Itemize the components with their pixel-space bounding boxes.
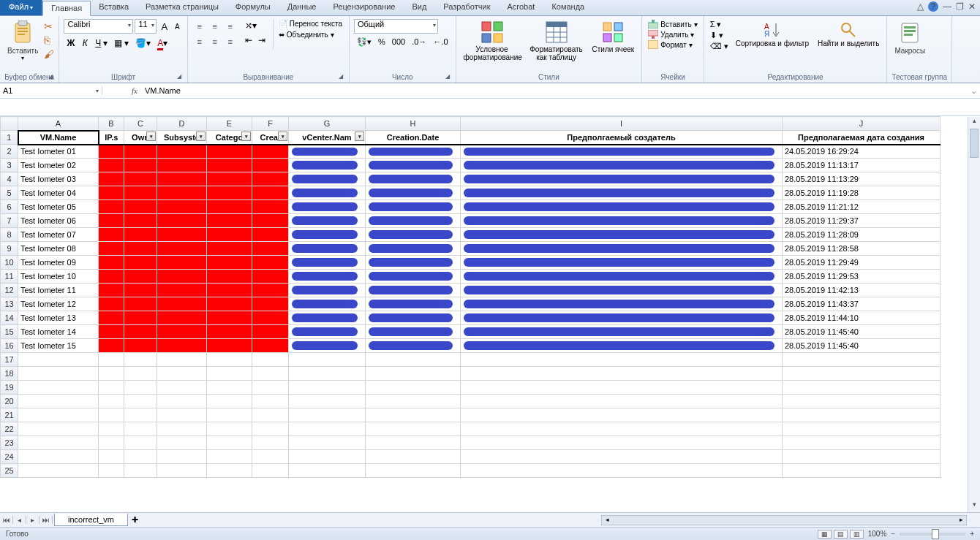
cell[interactable] <box>461 145 783 159</box>
cell[interactable] <box>783 464 941 478</box>
cell[interactable] <box>461 408 783 422</box>
cell[interactable] <box>366 367 461 381</box>
cell[interactable] <box>252 186 289 200</box>
name-box[interactable]: ▾ <box>0 86 102 95</box>
sheet-nav-prev-icon[interactable]: ◂ <box>13 516 26 524</box>
cell[interactable] <box>289 145 366 159</box>
cell[interactable] <box>252 284 289 297</box>
cell[interactable]: Test Iometer 09 <box>18 256 99 270</box>
ribbon-tab[interactable]: Команда <box>543 0 593 15</box>
table-header-cell[interactable]: IP.s <box>99 131 124 145</box>
table-header-cell[interactable]: Subsyste▾ <box>157 131 207 145</box>
row-header[interactable]: 16 <box>1 339 18 353</box>
cell[interactable] <box>124 159 157 172</box>
number-format-select[interactable]: Общий▾ <box>354 19 438 34</box>
cell[interactable] <box>289 367 366 381</box>
cell[interactable] <box>252 408 289 422</box>
table-header-cell[interactable]: Предполгаемый создатель <box>461 131 783 145</box>
cell[interactable] <box>289 172 366 186</box>
cell[interactable] <box>207 353 252 367</box>
cell[interactable] <box>783 408 941 422</box>
cell[interactable] <box>157 339 207 353</box>
cell[interactable]: Test Iometer 12 <box>18 297 99 311</box>
cell[interactable] <box>124 270 157 284</box>
cell[interactable] <box>207 228 252 242</box>
cell[interactable] <box>461 325 783 339</box>
cell[interactable] <box>252 450 289 464</box>
cell[interactable] <box>157 436 207 450</box>
cell[interactable] <box>157 408 207 422</box>
cell[interactable] <box>252 214 289 228</box>
cell[interactable] <box>366 395 461 408</box>
cell[interactable] <box>366 436 461 450</box>
cell[interactable] <box>289 228 366 242</box>
cell[interactable] <box>157 450 207 464</box>
cell[interactable] <box>124 422 157 436</box>
cell[interactable] <box>289 311 366 325</box>
clear-button[interactable]: ⌫ ▾ <box>709 41 730 52</box>
cell[interactable] <box>289 214 366 228</box>
cell[interactable] <box>461 450 783 464</box>
cell[interactable] <box>18 408 99 422</box>
ribbon-tab[interactable]: Главная <box>42 1 91 16</box>
sort-filter-button[interactable]: АЯ Сортировка и фильтр <box>733 19 812 52</box>
cell[interactable] <box>252 297 289 311</box>
name-box-input[interactable] <box>3 86 76 95</box>
ribbon-tab[interactable]: Вид <box>404 0 435 15</box>
cell[interactable] <box>157 159 207 172</box>
cell[interactable] <box>207 311 252 325</box>
horizontal-scrollbar[interactable] <box>601 515 967 525</box>
cell[interactable] <box>207 186 252 200</box>
cell[interactable] <box>461 256 783 270</box>
cell[interactable] <box>99 145 124 159</box>
cell[interactable] <box>289 284 366 297</box>
view-normal-icon[interactable]: ▦ <box>818 530 832 539</box>
cell[interactable] <box>207 297 252 311</box>
column-header[interactable]: H <box>366 117 461 131</box>
table-header-cell[interactable]: VM.Name <box>18 131 99 145</box>
cell[interactable] <box>157 367 207 381</box>
column-header[interactable]: F <box>252 117 289 131</box>
alignment-launcher-icon[interactable]: ◢ <box>339 73 343 80</box>
sheet-nav-first-icon[interactable]: ⏮ <box>0 516 13 524</box>
cell[interactable] <box>366 353 461 367</box>
font-size-select[interactable]: 11▾ <box>135 19 157 34</box>
fill-button[interactable]: ⬇ ▾ <box>709 30 730 41</box>
cell[interactable] <box>157 297 207 311</box>
cell[interactable]: 28.05.2019 11:45:40 <box>783 339 941 353</box>
number-launcher-icon[interactable]: ◢ <box>445 73 450 80</box>
column-header[interactable]: I <box>461 117 783 131</box>
cell[interactable] <box>124 242 157 256</box>
cell[interactable] <box>207 284 252 297</box>
cell[interactable] <box>99 353 124 367</box>
row-header[interactable]: 9 <box>1 242 18 256</box>
cell[interactable]: 28.05.2019 11:29:49 <box>783 256 941 270</box>
cell[interactable] <box>289 186 366 200</box>
insert-cells-button[interactable]: Вставить ▾ <box>647 19 698 29</box>
cell[interactable] <box>366 464 461 478</box>
cell[interactable] <box>289 325 366 339</box>
cell[interactable] <box>783 367 941 381</box>
font-launcher-icon[interactable]: ◢ <box>177 73 181 80</box>
cell[interactable] <box>207 422 252 436</box>
cell[interactable] <box>252 200 289 214</box>
cell[interactable]: Test Iometer 05 <box>18 200 99 214</box>
cell[interactable]: Test Iometer 14 <box>18 325 99 339</box>
cell[interactable]: Test Iometer 03 <box>18 172 99 186</box>
cell[interactable] <box>461 367 783 381</box>
row-header[interactable]: 7 <box>1 214 18 228</box>
cell[interactable] <box>366 381 461 395</box>
column-header[interactable]: G <box>289 117 366 131</box>
table-header-cell[interactable]: Предполагаемая дата создания <box>783 131 941 145</box>
row-header[interactable]: 8 <box>1 228 18 242</box>
cell[interactable] <box>289 381 366 395</box>
cell[interactable]: 28.05.2019 11:44:10 <box>783 311 941 325</box>
cell[interactable] <box>366 450 461 464</box>
cell[interactable] <box>252 367 289 381</box>
cell[interactable] <box>289 395 366 408</box>
row-header[interactable]: 24 <box>1 450 18 464</box>
macros-button[interactable]: Макросы <box>892 19 928 56</box>
table-header-cell[interactable]: Creat▾ <box>252 131 289 145</box>
cell[interactable] <box>252 159 289 172</box>
cell[interactable] <box>157 145 207 159</box>
